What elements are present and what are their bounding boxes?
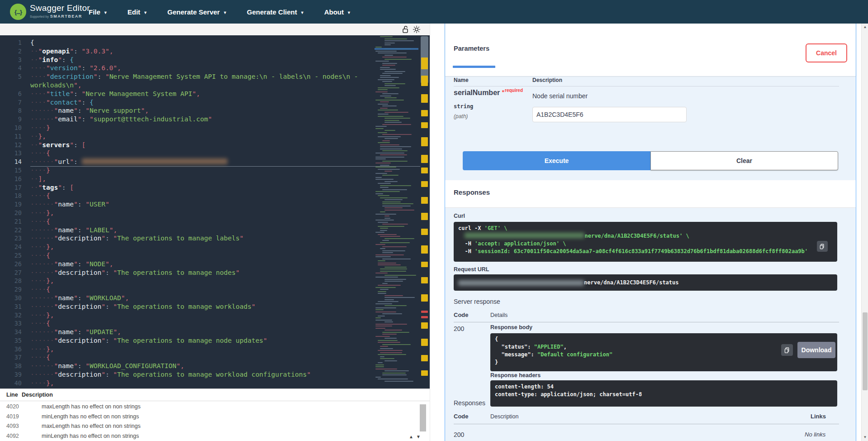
menu-edit[interactable]: Edit▼ [128,8,147,16]
tab-parameters[interactable]: Parameters [454,45,489,52]
responses-links-header: Links [811,413,826,420]
code-line-14: 14······"url": [0,158,375,166]
param-location: (path) [454,113,468,120]
code-line-24: 24····}, [0,243,375,251]
menu-generate-server[interactable]: Generate Server▼ [167,8,227,16]
warning-marker [421,110,428,116]
response-code: 200 [454,325,464,332]
responses-row-links: No links [805,431,825,438]
error-row[interactable]: 4019minLength has no effect on non strin… [0,413,416,423]
code-line-32: 32····}, [0,311,375,320]
warning-marker [421,137,428,146]
error-panel-header: Line Description [0,389,430,401]
editor-scrollbar[interactable] [420,35,430,388]
brand-tagline: Supported bySMARTBEAR [30,14,92,19]
serial-number-input[interactable] [532,107,687,122]
redacted-host [458,280,584,286]
swagger-logo-icon[interactable]: {...} [10,4,26,20]
error-row[interactable]: 4092minLength has no effect on non strin… [0,433,416,441]
execute-button[interactable]: Execute [463,151,650,170]
response-headers-label: Response headers [490,372,541,379]
param-description: Node serial number [532,92,588,100]
code-line-25: 25····{ [0,251,375,260]
code-line-2: 2··"openapi": "3.0.3", [0,47,375,56]
param-type: string [454,103,473,110]
error-row[interactable]: 4020maxLength has no effect on non strin… [0,403,416,413]
clear-button[interactable]: Clear [650,151,838,170]
warning-marker [421,58,428,69]
responses-desc-header: Description [490,413,519,420]
warning-marker [421,339,428,346]
responses-table-divider [454,424,839,424]
warning-marker [421,168,428,173]
request-url-path: nerve/dna/A1B2C3D4E5F6/status [584,279,679,287]
responses-title: Responses [454,188,490,196]
responses-code-header: Code [454,413,469,420]
warning-marker [421,277,428,283]
warning-marker [421,245,428,254]
warning-marker [421,94,428,103]
window-scrollbar-thumb[interactable] [863,312,868,390]
error-row[interactable]: 4093maxLength has no effect on non strin… [0,423,416,432]
editor-minimap[interactable] [375,36,418,386]
param-desc-header: Description [532,77,562,83]
window-scrollbar[interactable]: ▲ ▼ [861,24,868,441]
server-response-divider [454,322,839,322]
server-response-label: Server response [454,298,500,305]
menu-generate-client[interactable]: Generate Client▼ [247,8,304,16]
error-list: 4020maxLength has no effect on non strin… [0,401,416,441]
warning-marker [421,213,428,220]
code-line-33: 33····{ [0,319,375,328]
curl-command-block: curl -X 'GET' \ nerve/dna/A1B2C3D4E5F6/s… [454,222,837,262]
chevron-down-icon: ▼ [104,10,108,15]
code-line-9: 9······"email": "support@tttech-industri… [0,115,375,124]
error-line-header: Line [6,392,18,398]
code-line-11: 11··}, [0,132,375,141]
warning-marker [421,294,428,302]
chevron-down-icon: ▼ [300,10,304,15]
code-line-17: 17··"tags": [ [0,183,375,192]
unlock-icon[interactable] [402,25,410,34]
code-line-19: 19······"name": "USER" [0,200,375,209]
download-button[interactable]: Download [797,342,835,358]
chevron-down-icon: ▼ [347,10,351,15]
code-line-27: 27······"description": "The operations t… [0,268,375,277]
brand: Swagger Editor. Supported bySMARTBEAR [30,3,92,19]
editor-toolbar [0,24,430,35]
menu-bar: File▼Edit▼Generate Server▼Generate Clien… [89,0,371,24]
param-name: serialNumber * [454,89,504,97]
operation-tab-header: Parameters Cancel [445,24,856,76]
settings-sun-icon[interactable] [413,25,421,34]
warning-marker [421,262,428,267]
menu-about[interactable]: About▼ [324,8,351,16]
minimap-active-line-marker [375,48,418,50]
code-line-1: 1{ [0,38,375,47]
code-editor[interactable]: 1{2··"openapi": "3.0.3",3··"info": {4···… [0,35,430,388]
response-headers-block: content-length: 54content-type: applicat… [490,380,837,407]
error-panel: Line Description 4020maxLength has no ef… [0,388,430,441]
responses-section-header: Responses [445,180,856,208]
error-panel-scroll-arrows[interactable]: ▲▼ [409,434,423,439]
error-desc-header: Description [22,392,53,398]
curl-copy-button[interactable] [817,241,828,252]
response-copy-button[interactable] [781,344,793,356]
cancel-button[interactable]: Cancel [806,43,847,62]
top-navbar: {...} Swagger Editor. Supported bySMARTB… [0,0,868,24]
code-line-4: 4····"version": "2.6.0", [0,64,375,72]
menu-file[interactable]: File▼ [89,8,108,16]
error-panel-scrollbar-thumb[interactable] [420,404,426,431]
warning-marker [421,197,428,204]
code-line-12: 12··"servers": [ [0,141,375,149]
curl-label: Curl [454,213,465,219]
code-line-34: 34······"name": "UPDATE", [0,328,375,336]
code-line-21: 21····{ [0,217,375,226]
responses-row-code: 200 [454,431,464,438]
code-line-wrap: workloads\n", [0,81,375,90]
error-marker [421,311,428,313]
warning-marker [421,122,428,128]
scroll-up-arrow[interactable]: ▲ [862,24,868,31]
code-line-8: 8······"name": "Nerve support", [0,106,375,115]
scroll-down-arrow[interactable]: ▼ [862,434,868,441]
code-line-37: 37····{ [0,353,375,362]
warning-marker [421,322,428,329]
